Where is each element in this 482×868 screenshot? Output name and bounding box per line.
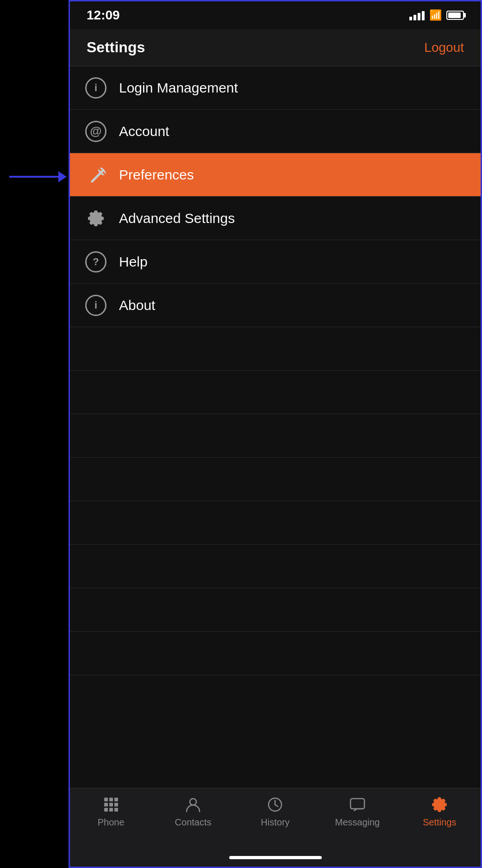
home-indicator [70,848,481,867]
svg-point-9 [190,799,196,805]
empty-row-4 [70,458,481,501]
empty-row-8 [70,632,481,675]
svg-rect-7 [109,808,113,812]
tab-history-label: History [261,817,289,828]
battery-fill [448,12,461,18]
tab-history[interactable]: History [234,795,316,828]
menu-item-login-management[interactable]: i Login Management [70,66,481,110]
battery-icon [446,11,464,20]
tab-settings[interactable]: Settings [399,795,481,828]
wifi-icon: 📶 [429,9,442,21]
tab-contacts-label: Contacts [175,817,212,828]
outer-wrapper: 12:09 📶 Settings Logout [0,0,482,868]
svg-rect-11 [351,799,364,809]
menu-item-advanced-settings[interactable]: Advanced Settings [70,197,481,240]
empty-row-6 [70,545,481,588]
at-icon: @ [84,119,108,143]
nav-header: Settings Logout [70,29,481,66]
phone-frame: 12:09 📶 Settings Logout [69,0,482,868]
empty-row-1 [70,327,481,371]
svg-rect-5 [114,803,118,806]
phone-icon [101,795,121,814]
menu-item-about[interactable]: i About [70,284,481,327]
tab-messaging[interactable]: Messaging [316,795,398,828]
empty-row-5 [70,501,481,545]
status-time: 12:09 [87,8,120,23]
svg-rect-2 [114,798,118,801]
svg-rect-6 [104,808,108,812]
menu-item-help[interactable]: ? Help [70,240,481,284]
svg-rect-0 [104,798,108,801]
tab-phone[interactable]: Phone [70,795,152,828]
tab-contacts[interactable]: Contacts [152,795,234,828]
status-bar: 12:09 📶 [70,1,481,29]
menu-item-label: About [119,298,155,313]
history-icon [265,795,285,814]
wrench-icon [84,163,108,187]
help-icon: ? [84,250,108,274]
contacts-icon [183,795,203,814]
menu-item-label: Preferences [119,167,194,183]
gear-icon [84,206,108,230]
svg-rect-8 [114,808,118,812]
page-title: Settings [87,39,145,56]
menu-item-label: Help [119,254,148,270]
home-indicator-bar [229,856,322,859]
empty-row-7 [70,588,481,632]
menu-item-label: Login Management [119,80,238,96]
tab-settings-label: Settings [423,817,456,828]
empty-row-2 [70,371,481,414]
settings-icon [430,795,449,814]
menu-item-label: Account [119,124,169,139]
menu-list: i Login Management @ Account [70,66,481,788]
empty-row-3 [70,414,481,458]
arrow-indicator [9,176,60,178]
tab-bar: Phone Contacts [70,788,481,848]
tab-messaging-label: Messaging [335,817,380,828]
menu-item-preferences[interactable]: Preferences [70,153,481,197]
info-icon: i [84,76,108,100]
messaging-icon [348,795,367,814]
logout-button[interactable]: Logout [424,40,464,55]
about-info-icon: i [84,293,108,317]
svg-rect-3 [104,803,108,806]
menu-item-label: Advanced Settings [119,211,235,226]
menu-item-account[interactable]: @ Account [70,110,481,153]
status-icons: 📶 [409,9,464,21]
svg-rect-1 [109,798,113,801]
signal-bars-icon [409,10,425,20]
svg-rect-4 [109,803,113,806]
tab-phone-label: Phone [98,817,125,828]
